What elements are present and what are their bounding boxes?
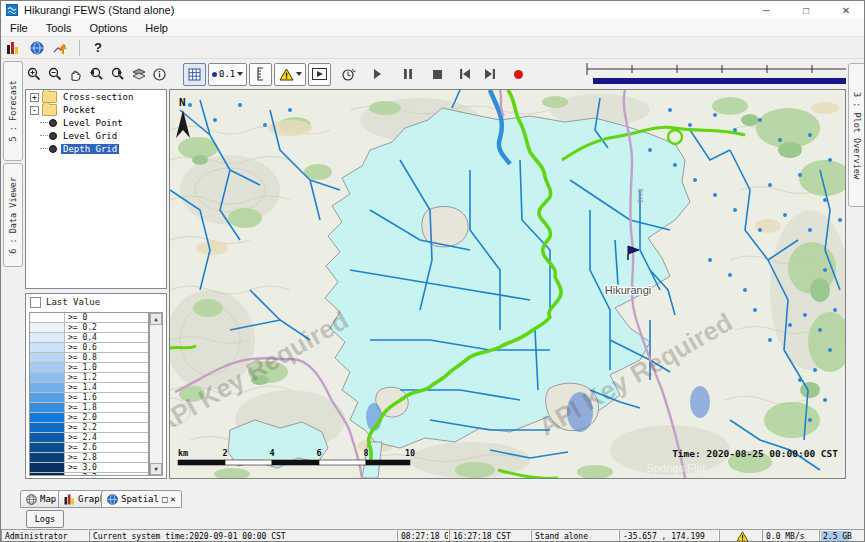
tree-node-cross-section[interactable]: + Cross-section: [30, 91, 166, 103]
svg-text:8: 8: [363, 448, 368, 458]
animation-timing-button[interactable]: [338, 64, 359, 85]
legend-panel: Last Value >= 0 >= 0.2: [25, 293, 167, 479]
step-to-end-button[interactable]: [479, 64, 500, 85]
expander-icon[interactable]: -: [30, 106, 39, 115]
tab-plot-overview[interactable]: 3 : Plot Overview: [848, 63, 865, 207]
tab-spatial[interactable]: Spatial □ ✕: [101, 490, 182, 508]
legend-row[interactable]: >= 0.6: [30, 343, 148, 353]
tree-leaf[interactable]: Depth Grid: [40, 143, 166, 155]
status-gmt-time: 08:27:18 GMT: [397, 529, 449, 542]
menu-item[interactable]: Help: [136, 20, 177, 36]
panel-close-button[interactable]: ✕: [170, 494, 175, 504]
label-hikurangi: Hikurangi: [605, 284, 651, 296]
zoom-in-button[interactable]: [23, 64, 44, 85]
right-tab-strip: 3 : Plot Overview: [846, 59, 865, 529]
pause-button[interactable]: [397, 64, 418, 85]
legend-row[interactable]: >= 1.6: [30, 393, 148, 403]
tab-data-viewer[interactable]: 6 : Data Viewer: [3, 163, 23, 267]
close-button[interactable]: ✕: [826, 1, 865, 19]
legend-row[interactable]: >= 1.4: [30, 383, 148, 393]
legend-row[interactable]: >= 3.2: [30, 473, 148, 476]
animation-window-button[interactable]: [308, 63, 331, 86]
map-viewport: API Key Required API Key Required Hikura…: [169, 89, 846, 479]
status-warning[interactable]: [719, 529, 762, 542]
legend-swatch: [30, 383, 65, 392]
legend-swatch: [30, 313, 65, 322]
legend-row[interactable]: >= 1.2: [30, 373, 148, 383]
logs-button[interactable]: Logs: [26, 510, 64, 528]
legend-row[interactable]: >= 2.6: [30, 443, 148, 453]
tab-map[interactable]: Map: [20, 490, 62, 508]
toolbar-separator: [79, 40, 80, 56]
legend-swatch: [30, 403, 65, 412]
play-button[interactable]: [367, 64, 388, 85]
left-panel: + Cross-section - Pocket Level Point: [23, 89, 169, 479]
legend-swatch: [30, 453, 65, 462]
zoom-next-button[interactable]: [107, 64, 128, 85]
legend-row[interactable]: >= 1.8: [30, 403, 148, 413]
legend-swatch: [30, 413, 65, 422]
legend-swatch: [30, 363, 65, 372]
scroll-down-button[interactable]: ▼: [150, 463, 162, 475]
zoom-out-button[interactable]: [44, 64, 65, 85]
help-button[interactable]: ?: [86, 38, 110, 58]
globe-icon: [30, 41, 44, 55]
expander-icon[interactable]: +: [30, 93, 39, 102]
grid-display-button[interactable]: [183, 63, 206, 86]
step-to-start-button[interactable]: [454, 64, 475, 85]
scroll-up-button[interactable]: ▲: [150, 313, 162, 325]
profile-button[interactable]: [249, 63, 272, 86]
legend-row[interactable]: >= 0.8: [30, 353, 148, 363]
menu-item[interactable]: Tools: [37, 20, 81, 36]
record-button[interactable]: [508, 64, 529, 85]
legend-row[interactable]: >= 1.0: [30, 363, 148, 373]
svg-text:N: N: [179, 96, 186, 109]
status-system-time: Current system time:2020-09-01 00:00 CST: [89, 529, 397, 542]
map-canvas[interactable]: API Key Required API Key Required Hikura…: [170, 90, 845, 478]
minimize-button[interactable]: ─: [746, 1, 786, 19]
legend-swatch: [30, 353, 65, 362]
status-bar: Administrator Current system time:2020-0…: [1, 529, 865, 542]
layers-button[interactable]: [128, 64, 149, 85]
wireframe-globe-icon: [26, 494, 37, 505]
map-display-button[interactable]: [25, 38, 49, 58]
status-mode: Stand alone: [531, 529, 619, 542]
contour-value-dropdown[interactable]: 0.1: [208, 63, 247, 86]
legend-row[interactable]: >= 2.4: [30, 433, 148, 443]
folder-icon: [42, 104, 57, 116]
menu-bar: FileToolsOptionsHelp: [1, 19, 865, 37]
warning-threshold-dropdown[interactable]: [274, 63, 306, 86]
status-coordinates: -35.657 , 174.199: [619, 529, 719, 542]
menu-item[interactable]: Options: [80, 20, 136, 36]
spatial-display-button[interactable]: [49, 38, 73, 58]
legend-row[interactable]: >= 2.0: [30, 413, 148, 423]
legend-swatch: [30, 323, 65, 332]
tab-forecast[interactable]: 5 : Forecast: [3, 61, 23, 161]
title-bar: Hikurangi FEWS (Stand alone) ─ □ ✕: [1, 1, 865, 19]
tree-leaf[interactable]: Level Point: [40, 117, 166, 129]
timeline-slider[interactable]: [585, 61, 865, 87]
checkbox-icon[interactable]: [30, 297, 41, 308]
legend-row[interactable]: >= 2.2: [30, 423, 148, 433]
zoom-previous-button[interactable]: [86, 64, 107, 85]
info-button[interactable]: [149, 64, 170, 85]
dropdown-arrow-icon: [237, 72, 243, 76]
legend-row[interactable]: >= 2.8: [30, 453, 148, 463]
pan-button[interactable]: [65, 64, 86, 85]
maximize-button[interactable]: □: [786, 1, 826, 19]
menu-item[interactable]: File: [1, 20, 37, 36]
legend-row[interactable]: >= 3.0: [30, 463, 148, 473]
last-value-toggle[interactable]: Last Value: [26, 294, 166, 310]
dock-tab-bar: Map Graph Spatial □ ✕: [1, 479, 865, 508]
window-title: Hikurangi FEWS (Stand alone): [24, 4, 174, 16]
data-display-button[interactable]: [1, 38, 25, 58]
legend-scrollbar[interactable]: ▲ ▼: [149, 312, 163, 476]
legend-row[interactable]: >= 0: [30, 313, 148, 323]
tree-leaf[interactable]: Level Grid: [40, 130, 166, 142]
stop-button[interactable]: [427, 64, 448, 85]
legend-row[interactable]: >= 0.4: [30, 333, 148, 343]
tree-node-pocket[interactable]: - Pocket: [30, 104, 166, 116]
panel-maximize-button[interactable]: □: [162, 494, 167, 504]
warning-icon: [279, 68, 294, 81]
legend-row[interactable]: >= 0.2: [30, 323, 148, 333]
